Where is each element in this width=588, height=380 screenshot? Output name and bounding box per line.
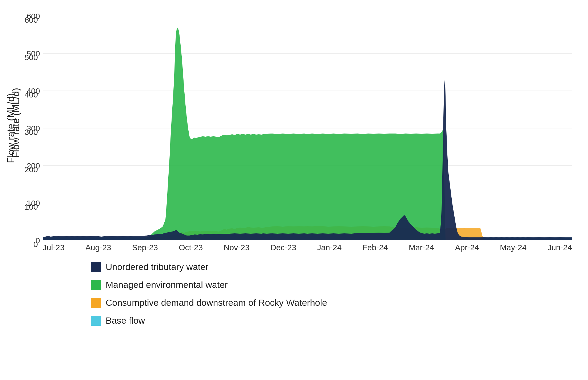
- svg-marker-11: [43, 28, 572, 240]
- legend-label-consumptive: Consumptive demand downstream of Rocky W…: [106, 297, 327, 308]
- y-label-0: 0: [35, 236, 40, 245]
- x-label-nov23: Nov-23: [224, 243, 250, 252]
- x-axis-labels: Jul-23 Aug-23 Sep-23 Oct-23 Nov-23 Dec-2…: [43, 243, 572, 252]
- x-label-apr24: Apr-24: [455, 243, 479, 252]
- legend-label-managed: Managed environmental water: [106, 280, 228, 290]
- x-label-may24: May-24: [500, 243, 527, 252]
- legend-item-base: Base flow: [91, 315, 327, 326]
- legend-swatch-consumptive: [91, 298, 101, 308]
- legend-item-consumptive: Consumptive demand downstream of Rocky W…: [91, 297, 327, 308]
- legend: Unordered tributary water Managed enviro…: [91, 262, 327, 326]
- legend-swatch-unordered: [91, 262, 101, 272]
- x-label-mar24: Mar-24: [409, 243, 434, 252]
- x-label-jan24: Jan-24: [317, 243, 342, 252]
- legend-item-managed: Managed environmental water: [91, 280, 327, 290]
- legend-swatch-base: [91, 316, 101, 326]
- x-label-feb24: Feb-24: [363, 243, 388, 252]
- legend-swatch-managed: [91, 280, 101, 290]
- chart-area: 600 500 400 300 200 100 0: [43, 16, 572, 240]
- x-label-aug23: Aug-23: [85, 243, 111, 252]
- legend-label-base: Base flow: [106, 315, 145, 326]
- y-axis-title: Flow rate (ML/d): [10, 88, 22, 158]
- x-label-jun24: Jun-24: [547, 243, 572, 252]
- legend-label-unordered: Unordered tributary water: [106, 262, 209, 272]
- chart-container: Flow rate (ML/d) 600 500 400 300 200 100…: [0, 0, 588, 380]
- x-label-sep23: Sep-23: [132, 243, 158, 252]
- legend-item-unordered: Unordered tributary water: [91, 262, 327, 272]
- chart-svg: [43, 16, 572, 240]
- x-label-oct23: Oct-23: [179, 243, 203, 252]
- x-label-jul23: Jul-23: [43, 243, 65, 252]
- x-label-dec23: Dec-23: [271, 243, 296, 252]
